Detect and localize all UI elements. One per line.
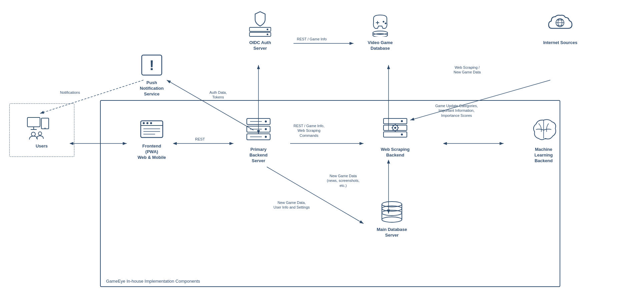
svg-text:!: ! (149, 57, 154, 73)
users-label: Users (13, 143, 70, 149)
web-scraping-icon (382, 117, 409, 143)
auth-data-label: Auth Data,Tokens (209, 90, 227, 100)
frontend-node: Frontend(PWA)Web & Mobile (127, 120, 177, 161)
svg-line-63 (397, 125, 398, 126)
svg-point-46 (383, 21, 385, 23)
video-game-db-icon (367, 10, 394, 37)
svg-point-42 (267, 29, 268, 30)
rest-label: REST (195, 137, 205, 141)
svg-point-19 (31, 132, 35, 136)
web-scraping-new-game-label: Web Scraping /New Game Data (454, 65, 481, 75)
architecture-diagram: GameEye In-house Implementation Componen… (0, 0, 644, 300)
main-db-label: Main DatabaseServer (364, 227, 420, 238)
svg-point-34 (265, 120, 267, 122)
svg-point-56 (394, 127, 396, 129)
oidc-icon (247, 10, 273, 37)
new-game-data-news-label: New Game Data(news, screenshots,etc.) (327, 174, 360, 188)
svg-point-26 (146, 122, 148, 124)
svg-point-18 (45, 128, 46, 129)
primary-backend-node: PrimaryBackendServer (233, 117, 283, 164)
video-game-db-label: Video GameDatabase (354, 40, 407, 51)
push-notification-icon: ! (140, 53, 163, 77)
svg-rect-54 (384, 132, 407, 137)
svg-point-66 (401, 133, 403, 135)
main-db-icon (379, 200, 405, 224)
svg-line-62 (397, 130, 398, 130)
svg-rect-52 (384, 118, 407, 124)
svg-point-74 (382, 217, 402, 222)
svg-point-47 (385, 23, 387, 24)
web-scraping-label: Web ScrapingBackend (367, 147, 424, 158)
internet-sources-label: Internet Sources (530, 40, 590, 46)
notifications-label: Notifications (60, 90, 80, 95)
svg-rect-14 (27, 117, 40, 127)
ml-label: MachineLearningBackend (514, 147, 574, 164)
users-icon (27, 117, 57, 140)
frontend-label: Frontend(PWA)Web & Mobile (127, 143, 177, 161)
rest-game-info-scraping-label: REST / Game Info,Web ScrapingCommands (293, 123, 325, 138)
internet-sources-icon (545, 10, 575, 37)
svg-point-35 (265, 128, 267, 130)
primary-backend-label: PrimaryBackendServer (233, 147, 283, 164)
inhouse-label: GameEye In-house Implementation Componen… (106, 279, 200, 284)
svg-point-43 (267, 34, 268, 35)
main-db-node: Main DatabaseServer (364, 200, 420, 238)
svg-point-27 (150, 122, 152, 124)
oidc-node: OIDC AuthServer (233, 10, 287, 51)
video-game-db-node: Video GameDatabase (354, 10, 407, 51)
svg-point-20 (38, 132, 42, 135)
primary-backend-icon (245, 117, 272, 143)
svg-point-25 (143, 122, 145, 124)
rest-game-info-label: REST / Game Info (297, 37, 327, 41)
frontend-icon (140, 120, 163, 140)
users-node: Users (13, 117, 70, 149)
svg-line-64 (393, 130, 393, 130)
svg-point-36 (265, 136, 267, 138)
ml-icon (529, 117, 559, 143)
svg-point-65 (401, 120, 403, 122)
svg-rect-17 (41, 118, 49, 129)
push-notification-node: ! PushNotificationService (130, 53, 173, 97)
oidc-label: OIDC AuthServer (233, 40, 287, 51)
svg-line-61 (393, 125, 393, 126)
internet-sources-node: Internet Sources (530, 10, 590, 46)
game-update-categories-label: Game Update Categories,Important Informa… (435, 103, 478, 118)
web-scraping-node: Web ScrapingBackend (367, 117, 424, 158)
push-notification-label: PushNotificationService (130, 80, 173, 97)
ml-backend-node: MachineLearningBackend (514, 117, 574, 164)
new-game-data-user-info-label: New Game Data,User Info and Settings (273, 200, 310, 210)
